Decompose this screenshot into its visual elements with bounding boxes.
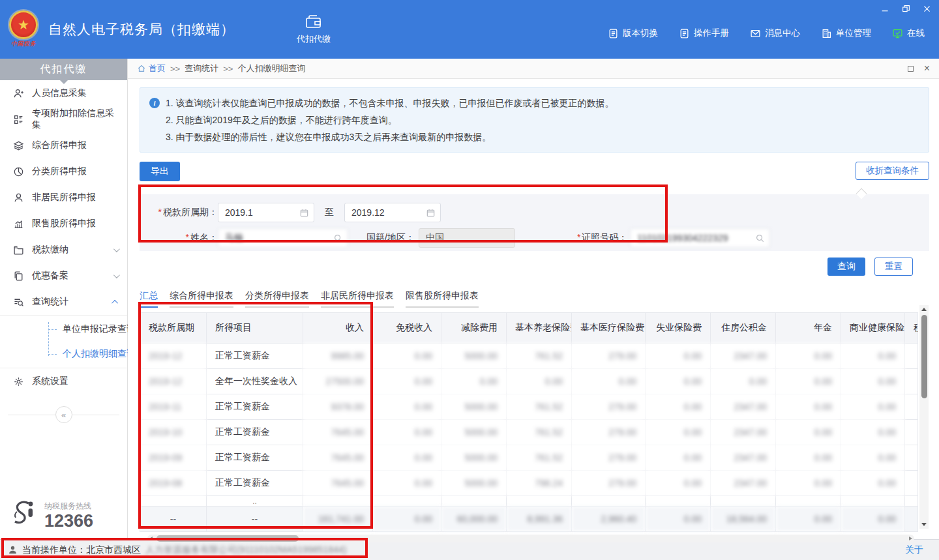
close-icon[interactable] [922,4,931,13]
sidebar-item-label: 分类所得申报 [32,166,87,177]
value-cell: 0.00 [711,369,776,394]
about-link[interactable]: 关于 [905,544,923,556]
value-cell: 0.00 [373,394,441,420]
sidebar-item-8[interactable]: 查询统计 [0,289,127,315]
period-start-input[interactable] [218,203,314,222]
value-cell: 0.00 [841,344,905,369]
tab-2[interactable]: 分类所得申报表 [245,290,309,308]
period-cell: 2019-12 [140,369,207,394]
sidebar-item-1[interactable]: 专项附加扣除信息采集 [0,106,127,132]
value-cell: 0.00 [776,344,841,369]
folder-icon [13,244,24,256]
period-cell: 2019-10 [140,420,207,445]
vertical-scrollbar[interactable] [919,305,929,529]
value-cell: 0.00 [776,445,841,471]
item-cell: 全年一次性奖金收入 [207,369,303,394]
table-total-row: ----161,741.000.0060,000.008,991.362,960… [140,507,918,532]
value-cell: 0.00 [373,344,441,369]
sidebar-item-2[interactable]: 综合所得申报 [0,132,127,158]
menu-item-4[interactable]: 在线 [892,27,925,39]
tab-1[interactable]: 综合所得申报表 [170,290,233,308]
scroll-down-icon[interactable] [921,523,927,526]
collapse-query-button[interactable]: 收折查询条件 [856,162,929,180]
brand: ★ 中国税务 自然人电子税务局（扣缴端） [7,10,235,48]
sidebar-item-9[interactable]: 系统设置 [0,368,127,394]
hotline-12366-logo [9,499,39,533]
person-row: *姓名： 国籍/地区： *证照号码： [145,228,929,248]
sidebar-submenu: 单位申报记录查询个人扣缴明细查询 [0,315,127,368]
scroll-right-icon[interactable] [909,537,912,540]
app-header: ★ 中国税务 自然人电子税务局（扣缴端） 代扣代缴 版本切换操作手册消息中心单位… [0,0,939,59]
chevron-down-icon [113,246,120,252]
sidebar-item-label: 系统设置 [32,376,68,387]
restore-icon[interactable] [901,4,910,13]
scroll-up-icon[interactable] [921,308,927,311]
sidebar-item-4[interactable]: 非居民所得申报 [0,184,127,211]
panel-close-icon[interactable]: × [924,63,930,74]
total-value-cell: 18,564.00 [711,507,776,532]
collapse-caret-icon [856,188,867,199]
period-end-input[interactable] [344,203,441,222]
home-icon [137,64,146,73]
value-cell: 279.00 [572,445,646,471]
layers-icon [13,140,24,151]
menu-item-0[interactable]: 版本切换 [608,27,658,39]
total-value-cell: 0.00 [841,507,905,532]
value-cell: 279.00 [572,394,646,420]
top-menu: 版本切换操作手册消息中心单位管理在线 [608,27,925,39]
tab-3[interactable]: 非居民所得申报表 [321,290,394,308]
value-cell: 5000.00 [441,420,507,445]
sidebar-header: 代扣代缴 [0,59,127,80]
sidebar-subitem-8-0[interactable]: 单位申报记录查询 [0,317,127,342]
tab-4[interactable]: 限售股所得申报表 [406,290,479,308]
sidebar-item-3[interactable]: 分类所得申报 [0,158,127,184]
breadcrumb-home-link[interactable]: 首页 [137,63,166,74]
name-input[interactable] [218,228,348,248]
menu-item-3[interactable]: 单位管理 [821,27,871,39]
minimize-icon[interactable] [880,4,889,13]
panel-maximize-icon[interactable] [908,66,914,72]
sidebar-item-7[interactable]: 优惠备案 [0,263,127,289]
sidebar-item-0[interactable]: 人员信息采集 [0,80,127,106]
menu-item-label: 单位管理 [836,27,871,39]
item-cell: 正常工资薪金 [207,420,303,445]
value-cell: 0.00 [841,471,905,496]
horizontal-scrollbar[interactable] [147,535,914,542]
menu-item-1[interactable]: 操作手册 [679,27,729,39]
hotline-label: 纳税服务热线 [44,501,93,512]
person-icon [13,192,24,203]
value-cell: 5000.00 [441,445,507,471]
menu-item-2[interactable]: 消息中心 [750,27,800,39]
value-cell: 0.00 [841,420,905,445]
column-header-8: 住房公积金 [711,313,776,344]
scroll-left-icon[interactable] [149,537,153,540]
name-label: *姓名： [145,232,218,244]
notice-line-1: 1. 该查询统计表仅能查询已申报成功的数据，不包含未申报、申报失败，已申报但已作… [166,95,614,111]
sidebar-item-5[interactable]: 限售股所得申报 [0,211,127,237]
column-header-1: 所得项目 [207,313,303,344]
value-cell: 27500.00 [303,369,373,394]
document-icon [608,28,619,39]
vertical-scroll-thumb[interactable] [921,315,927,398]
sidebar-item-6[interactable]: 税款缴纳 [0,237,127,263]
sidebar-collapse-button[interactable]: « [55,406,72,423]
period-cell: 2019-11 [140,394,207,420]
sidebar: 代扣代缴 人员信息采集专项附加扣除信息采集综合所得申报分类所得申报非居民所得申报… [0,59,128,539]
info-icon: i [149,98,160,108]
value-cell: 0.00 [373,445,441,471]
export-button[interactable]: 导出 [140,162,180,181]
id-number-input[interactable] [630,228,770,248]
sidebar-item-label: 综合所得申报 [32,140,87,151]
reset-button[interactable]: 重置 [874,258,913,276]
period-cell: 2019-08 [140,471,207,496]
value-cell: 761.52 [507,394,572,420]
search-button[interactable]: 查询 [827,258,865,276]
sidebar-item-label: 查询统计 [32,296,68,308]
tab-0[interactable]: 汇总 [140,290,158,308]
tab-withholding-module[interactable]: 代扣代缴 [297,14,331,45]
horizontal-scroll-thumb[interactable] [156,535,299,542]
sidebar-subitem-8-1[interactable]: 个人扣缴明细查询 [0,342,127,366]
value-cell: 2347.00 [711,445,776,471]
item-cell: 正常工资薪金 [207,344,303,369]
notice-line-3: 3. 由于数据处理的滞后性，建议您在申报成功3天之后再来查询最新的申报数据。 [166,128,614,145]
